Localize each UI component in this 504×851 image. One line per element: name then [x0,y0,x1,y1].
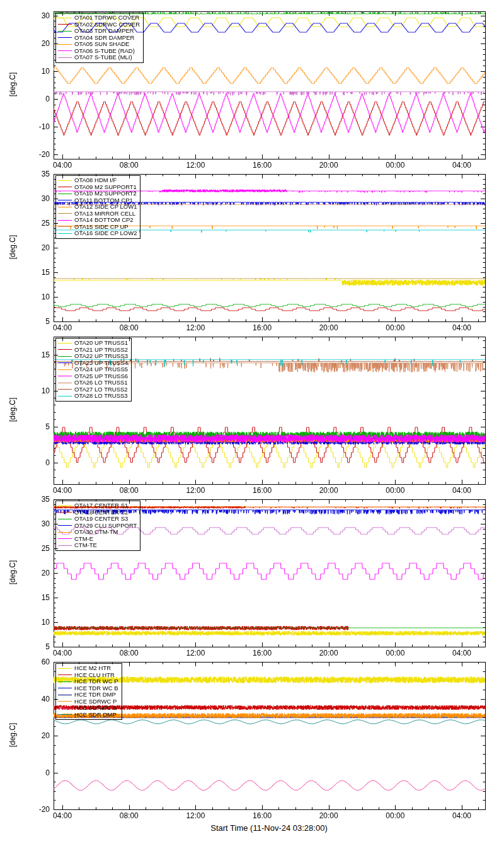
x-tick-label: 04:00 [47,649,77,657]
legend-line-swatch [58,506,72,506]
legend-row: OTA30 CTM-TM [58,529,137,536]
y-tick-label: 20 [26,731,50,740]
y-axis-label: [deg.C] [8,336,17,483]
x-tick-label: 20:00 [314,323,344,332]
legend-line-swatch [58,180,72,181]
x-tick-label: 04:00 [47,811,77,820]
x-axis-title: Start Time (11-Nov-24 03:28:00) [0,823,504,833]
x-tick-label: 08:00 [114,811,144,820]
legend-line-swatch [58,50,72,51]
legend-line-swatch [58,220,72,221]
legend-row: OTA07 S-TUBE (MLI) [58,54,140,61]
y-tick-label: 60 [26,657,50,666]
x-tick-label: 08:00 [114,649,144,657]
x-tick-label: 04:00 [47,323,77,332]
y-tick-label: 5 [26,642,50,651]
legend-row: OTA19 CENTER S3 [58,516,137,523]
telemetry-figure: [deg.C]-20-10010203004:0008:0012:0016:00… [0,0,504,822]
x-tick-label: 12:00 [180,323,210,332]
legend-line-swatch [58,512,72,512]
legend-line-swatch [58,356,72,357]
legend-line-swatch [58,376,72,376]
legend-line-swatch [58,349,72,350]
legend-line-swatch [58,57,72,58]
legend-line-swatch [58,538,72,539]
y-tick-label: 35 [26,495,50,504]
legend-label: OTA05 SUN SHADE [74,41,129,48]
x-tick-label: 04:00 [47,486,77,495]
legend-line-swatch [58,532,72,533]
legend-label: HCE M2 HTR [74,665,111,672]
y-tick-label: 10 [26,618,50,627]
y-tick-label: 35 [26,170,50,178]
legend-line-swatch [58,187,72,187]
y-tick-label: -10 [26,122,50,131]
legend-line-swatch [58,668,72,669]
y-tick-label: 0 [26,768,50,777]
legend-label: HCE SDR DMP [74,712,117,719]
x-tick-label: 08:00 [114,486,144,495]
panel-5-hce-heaters: [deg.C]-20020406004:0008:0012:0016:0020:… [0,659,504,822]
legend-label: CTM-TE [74,542,97,549]
legend-row: HCE SDRWC B [58,705,118,712]
legend-line-swatch [58,233,72,234]
x-tick-label: 04:00 [447,486,477,495]
y-tick-label: 5 [26,422,50,431]
legend-row: OTA26 LO TRUSS1 [58,379,128,386]
legend-line-swatch [58,519,72,519]
legend-row: OTA17 CENTER S1 [58,502,137,509]
legend-line-swatch [58,695,72,695]
legend-label: OTA16 SIDE CP LOW2 [74,230,137,237]
legend-line-swatch [58,24,72,25]
legend-line-swatch [58,37,72,38]
panel-2-legend: OTA08 HDM I/FOTA09 M2 SUPPORT1OTA10 M2 S… [55,175,140,239]
panel-4-legend: OTA17 CENTER S1OTA18 CENTER S2OTA19 CENT… [55,501,140,551]
legend-line-swatch [58,194,72,194]
legend-label: OTA08 HDM I/F [74,177,117,184]
y-tick-label: 15 [26,593,50,602]
legend-label: OTA10 M2 SUPPORT2 [74,190,137,197]
y-tick-label: -20 [26,150,50,159]
legend-row: HCE M2 HTR [58,665,118,672]
legend-label: OTA14 BOTTOM CP2 [74,217,134,224]
legend-label: HCE SDRWC B [74,705,117,712]
panel-1-ota-covers-dampers: [deg.C]-20-10010203004:0008:0012:0016:00… [0,9,504,171]
y-tick-label: 0 [26,458,50,467]
x-tick-label: 16:00 [247,161,277,170]
legend-row: OTA03 TDR DAMPER [58,28,140,35]
x-tick-label: 20:00 [314,486,344,495]
x-tick-label: 04:00 [447,323,477,332]
legend-row: HCE TDR WC P [58,678,118,685]
legend-label: OTA01 TDRWC COVER [74,14,139,21]
legend-row: OTA20 UP TRUSS1 [58,340,128,347]
y-tick-label: 20 [26,569,50,577]
panel-4-ota-center-ctm: [deg.C]510152025303504:0008:0012:0016:00… [0,497,504,659]
legend-line-swatch [58,545,72,546]
x-tick-label: 12:00 [180,649,210,657]
legend-line-swatch [58,226,72,227]
legend-row: CTM-E [58,536,137,543]
y-tick-label: 30 [26,11,50,20]
x-tick-label: 16:00 [247,323,277,332]
legend-label: OTA19 CENTER S3 [74,516,128,523]
x-tick-label: 00:00 [380,323,410,332]
y-tick-label: -20 [26,805,50,814]
x-tick-label: 12:00 [180,811,210,820]
legend-line-swatch [58,200,72,200]
legend-line-swatch [58,714,72,715]
legend-line-swatch [58,213,72,214]
legend-line-swatch [58,525,72,526]
legend-line-swatch [58,389,72,390]
legend-row: OTA12 SIDE CP LOW1 [58,204,137,211]
legend-line-swatch [58,362,72,363]
x-tick-label: 12:00 [180,486,210,495]
y-tick-label: 25 [26,219,50,228]
x-tick-label: 16:00 [247,811,277,820]
y-tick-label: 10 [26,292,50,301]
y-tick-label: 10 [26,67,50,76]
panel-5-legend: HCE M2 HTRHCE CLU HTRHCE TDR WC PHCE TDR… [55,663,122,720]
x-tick-label: 00:00 [380,649,410,657]
legend-line-swatch [58,688,72,688]
y-tick-label: 20 [26,243,50,252]
legend-label: OTA17 CENTER S1 [74,502,128,509]
